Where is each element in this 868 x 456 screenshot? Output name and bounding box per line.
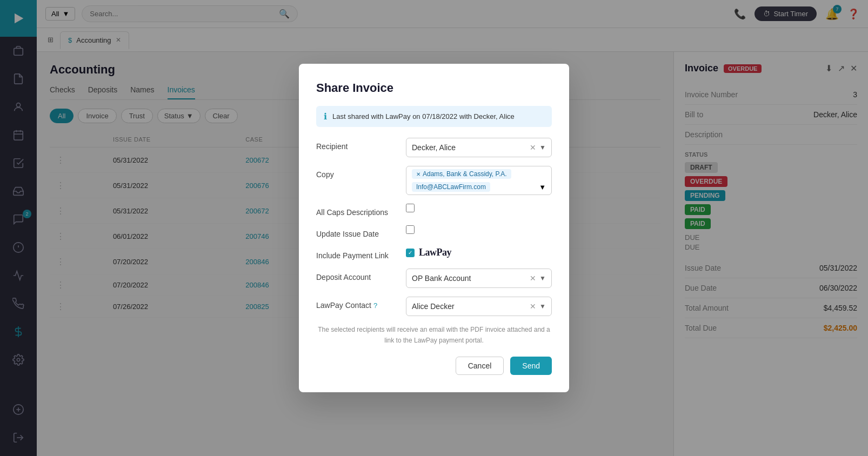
payment-link-checkbox-row: ✓ LawPay: [406, 247, 552, 258]
all-caps-checkbox-row: [406, 204, 552, 212]
lawpay-contact-arrow-icon: ▼: [539, 303, 546, 310]
recipient-clear-button[interactable]: ✕: [530, 143, 536, 152]
send-button[interactable]: Send: [510, 357, 552, 375]
update-date-checkbox-row: [406, 225, 552, 234]
all-caps-checkbox[interactable]: [406, 204, 415, 212]
lawpay-contact-row: LawPay Contact ? Alice Decker ✕ ▼: [316, 297, 552, 316]
all-caps-row: All Caps Descriptions: [316, 204, 552, 217]
copy-tags-box[interactable]: ✕ Adams, Bank & Cassidy, P.A. Info@ABCLa…: [406, 166, 552, 195]
lawpay-logo: LawPay: [419, 247, 451, 258]
info-icon: ℹ: [324, 111, 327, 122]
deposit-account-clear-button[interactable]: ✕: [530, 274, 536, 283]
lawpay-contact-value: Alice Decker: [412, 302, 526, 311]
modal-actions: Cancel Send: [316, 357, 552, 375]
payment-link-checkbox[interactable]: ✓: [406, 249, 415, 257]
share-invoice-modal: Share Invoice ℹ Last shared with LawPay …: [299, 64, 569, 392]
deposit-account-value: OP Bank Account: [412, 274, 526, 283]
copy-tag-2: Info@ABCLawFirm.com: [412, 182, 490, 192]
copy-tag-value-2: Info@ABCLawFirm.com: [416, 183, 486, 191]
lawpay-contact-control: Alice Decker ✕ ▼: [406, 297, 552, 316]
copy-tag-value-1: Adams, Bank & Cassidy, P.A.: [423, 170, 507, 178]
recipient-arrow-icon: ▼: [539, 144, 546, 151]
info-banner: ℹ Last shared with LawPay on 07/18/2022 …: [316, 106, 552, 127]
all-caps-control: [406, 204, 552, 212]
lawpay-contact-label: LawPay Contact ?: [316, 297, 397, 310]
payment-link-control: ✓ LawPay: [406, 247, 552, 258]
copy-tag-close-1[interactable]: ✕: [416, 171, 420, 177]
copy-row: Copy ✕ Adams, Bank & Cassidy, P.A. Info@…: [316, 166, 552, 195]
copy-arrow-icon: ▼: [539, 183, 546, 191]
recipient-value: Decker, Alice: [412, 143, 526, 152]
update-date-checkbox[interactable]: [406, 225, 415, 234]
recipient-row: Recipient Decker, Alice ✕ ▼: [316, 138, 552, 157]
recipient-select[interactable]: Decker, Alice ✕ ▼: [406, 138, 552, 157]
info-banner-text: Last shared with LawPay on 07/18/2022 wi…: [332, 112, 515, 120]
payment-link-row: Include Payment Link ✓ LawPay: [316, 247, 552, 260]
copy-control: ✕ Adams, Bank & Cassidy, P.A. Info@ABCLa…: [406, 166, 552, 195]
copy-label: Copy: [316, 166, 397, 179]
deposit-account-row: Deposit Account OP Bank Account ✕ ▼: [316, 269, 552, 288]
update-date-control: [406, 225, 552, 234]
deposit-account-label: Deposit Account: [316, 269, 397, 281]
lawpay-contact-help-icon[interactable]: ?: [373, 301, 377, 310]
deposit-account-control: OP Bank Account ✕ ▼: [406, 269, 552, 288]
modal-title: Share Invoice: [316, 81, 552, 95]
cancel-button[interactable]: Cancel: [456, 357, 504, 375]
recipient-label: Recipient: [316, 138, 397, 151]
modal-overlay[interactable]: Share Invoice ℹ Last shared with LawPay …: [0, 0, 868, 456]
update-date-label: Update Issue Date: [316, 225, 397, 238]
footer-note: The selected recipients will receive an …: [316, 325, 552, 345]
all-caps-label: All Caps Descriptions: [316, 204, 397, 217]
deposit-account-select[interactable]: OP Bank Account ✕ ▼: [406, 269, 552, 288]
payment-link-label: Include Payment Link: [316, 247, 397, 260]
lawpay-contact-select[interactable]: Alice Decker ✕ ▼: [406, 297, 552, 316]
update-date-row: Update Issue Date: [316, 225, 552, 238]
recipient-control: Decker, Alice ✕ ▼: [406, 138, 552, 157]
copy-tag-1: ✕ Adams, Bank & Cassidy, P.A.: [412, 169, 511, 179]
deposit-account-arrow-icon: ▼: [539, 274, 546, 282]
lawpay-contact-clear-button[interactable]: ✕: [530, 302, 536, 311]
